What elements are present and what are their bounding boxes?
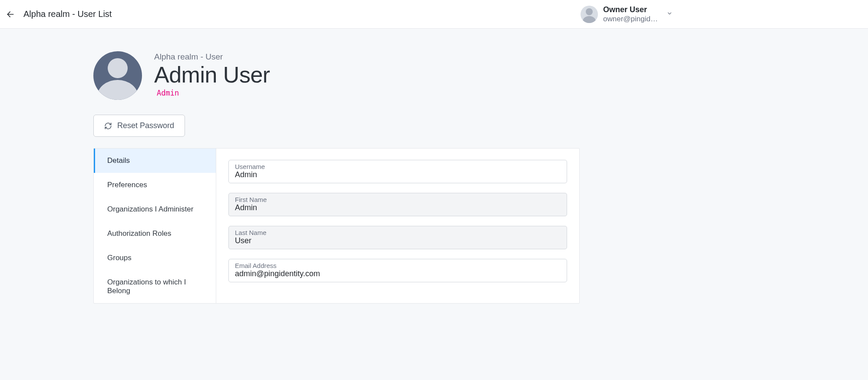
user-menu[interactable]: Owner User owner@pingid… bbox=[581, 5, 859, 24]
chevron-down-icon bbox=[667, 10, 673, 18]
actions-row: Reset Password bbox=[93, 115, 580, 137]
detail-panel: Details Preferences Organizations I Admi… bbox=[93, 148, 580, 304]
field-last-name: Last Name bbox=[228, 226, 567, 249]
page-body: Alpha realm - User Admin User Admin Rese… bbox=[0, 29, 868, 380]
back-button[interactable] bbox=[3, 7, 17, 21]
tab-preferences[interactable]: Preferences bbox=[94, 173, 216, 197]
first-name-label: First Name bbox=[235, 196, 561, 203]
username-input[interactable] bbox=[235, 170, 561, 179]
details-form: Username First Name Last Name Email Addr… bbox=[216, 149, 579, 303]
refresh-icon bbox=[104, 122, 112, 130]
field-email: Email Address bbox=[228, 259, 567, 282]
tab-details[interactable]: Details bbox=[94, 149, 216, 173]
username-label: Username bbox=[235, 163, 561, 170]
tab-groups[interactable]: Groups bbox=[94, 246, 216, 270]
user-avatar-icon bbox=[93, 51, 142, 100]
tab-orgs-belong[interactable]: Organizations to which I Belong bbox=[94, 270, 216, 303]
current-user-email: owner@pingid… bbox=[603, 14, 660, 23]
last-name-label: Last Name bbox=[235, 229, 561, 236]
tab-authorization-roles[interactable]: Authorization Roles bbox=[94, 221, 216, 246]
topbar: Alpha realm - User List Owner User owner… bbox=[0, 0, 868, 29]
first-name-input[interactable] bbox=[235, 203, 561, 212]
email-input[interactable] bbox=[235, 269, 561, 278]
email-label: Email Address bbox=[235, 262, 561, 269]
user-header: Alpha realm - User Admin User Admin bbox=[93, 51, 580, 100]
field-username: Username bbox=[228, 160, 567, 183]
breadcrumb[interactable]: Alpha realm - User List bbox=[23, 9, 112, 19]
reset-password-button[interactable]: Reset Password bbox=[93, 115, 185, 137]
topbar-left: Alpha realm - User List bbox=[3, 7, 112, 21]
last-name-input[interactable] bbox=[235, 236, 561, 245]
page-title: Admin User bbox=[154, 62, 270, 88]
container: Alpha realm - User Admin User Admin Rese… bbox=[93, 51, 580, 304]
field-first-name: First Name bbox=[228, 193, 567, 216]
user-header-text: Alpha realm - User Admin User Admin bbox=[154, 51, 270, 97]
page-subtitle: Alpha realm - User bbox=[154, 52, 270, 62]
side-tabs: Details Preferences Organizations I Admi… bbox=[94, 149, 216, 303]
user-info: Owner User owner@pingid… bbox=[603, 5, 660, 24]
user-badge: Admin bbox=[157, 89, 270, 97]
reset-password-label: Reset Password bbox=[117, 121, 174, 130]
tab-orgs-administer[interactable]: Organizations I Administer bbox=[94, 197, 216, 221]
arrow-left-icon bbox=[6, 10, 15, 19]
current-user-name: Owner User bbox=[603, 5, 660, 15]
avatar-icon bbox=[581, 6, 598, 23]
